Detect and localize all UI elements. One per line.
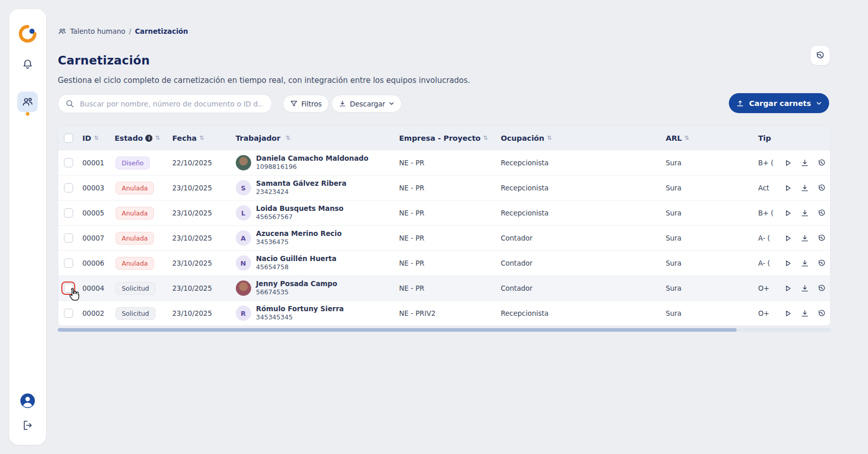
row-checkbox[interactable] bbox=[64, 158, 73, 167]
chevron-down-icon bbox=[816, 100, 822, 106]
download-icon bbox=[800, 184, 809, 192]
download-row-button[interactable] bbox=[798, 256, 811, 270]
worker-name: Nacio Guillén Huerta bbox=[256, 254, 337, 263]
row-checkbox[interactable] bbox=[64, 183, 73, 192]
column-header-id[interactable]: ID ⇅ bbox=[79, 134, 115, 142]
worker-name: Jenny Posada Campo bbox=[256, 279, 338, 288]
worker-avatar bbox=[236, 280, 251, 296]
cell-empresa: NE - PR bbox=[399, 234, 501, 242]
play-button[interactable] bbox=[781, 156, 794, 169]
upload-carnets-button[interactable]: Cargar carnets bbox=[729, 93, 829, 113]
table-row[interactable]: 00003 Anulada 23/10/2025 S Samanta Gálve… bbox=[58, 175, 830, 200]
download-row-button[interactable] bbox=[798, 282, 811, 295]
column-header-tipo[interactable]: Tip bbox=[758, 134, 781, 142]
horizontal-scrollbar-thumb[interactable] bbox=[58, 328, 737, 332]
play-button[interactable] bbox=[781, 206, 794, 220]
play-button[interactable] bbox=[781, 256, 794, 270]
download-row-button[interactable] bbox=[798, 206, 811, 220]
table-row[interactable]: 00004 Solicitud 23/10/2025 Jenny Posada … bbox=[58, 275, 830, 300]
table-row[interactable]: 00002 Solicitud 23/10/2025 R Rómulo Fort… bbox=[58, 300, 830, 326]
download-icon bbox=[800, 159, 809, 167]
cell-fecha: 23/10/2025 bbox=[172, 209, 236, 217]
sort-icon: ⇅ bbox=[483, 135, 488, 141]
column-header-trabajador[interactable]: Trabajador ⇅ bbox=[236, 134, 399, 142]
table-row[interactable]: 00005 Anulada 23/10/2025 L Loida Busquet… bbox=[58, 200, 830, 225]
column-header-estado[interactable]: Estado i ⇅ bbox=[115, 134, 172, 142]
cell-id: 00006 bbox=[79, 259, 115, 267]
search-input[interactable] bbox=[79, 99, 264, 109]
cell-id: 00001 bbox=[79, 159, 115, 167]
history-row-button[interactable] bbox=[815, 256, 828, 270]
history-row-button[interactable] bbox=[815, 307, 828, 320]
download-row-button[interactable] bbox=[798, 156, 811, 169]
download-button[interactable]: Descargar bbox=[331, 95, 402, 113]
history-icon bbox=[817, 209, 826, 218]
cell-ocupacion: Recepcionista bbox=[501, 209, 666, 217]
row-checkbox[interactable] bbox=[64, 258, 73, 268]
worker-document: 456567567 bbox=[256, 213, 344, 222]
cell-arl: Sura bbox=[665, 284, 758, 292]
row-checkbox[interactable] bbox=[64, 208, 73, 218]
row-checkbox[interactable] bbox=[64, 309, 73, 318]
upload-carnets-label: Cargar carnets bbox=[749, 99, 811, 107]
cell-empresa: NE - PR bbox=[399, 284, 501, 292]
page-subtitle: Gestiona el ciclo completo de carnetizac… bbox=[58, 76, 470, 85]
user-avatar-icon[interactable] bbox=[19, 392, 36, 409]
page-title: Carnetización bbox=[58, 54, 150, 67]
play-icon bbox=[784, 259, 792, 268]
notification-dot bbox=[26, 112, 30, 116]
history-button[interactable] bbox=[811, 46, 830, 65]
status-badge: Anulada bbox=[116, 232, 154, 245]
history-row-button[interactable] bbox=[815, 206, 828, 220]
play-icon bbox=[784, 184, 792, 192]
play-icon bbox=[784, 234, 792, 243]
table-header-row: ID ⇅ Estado i ⇅ Fecha ⇅ Trabajador ⇅ Emp… bbox=[58, 126, 830, 150]
cursor-pointer-icon bbox=[66, 288, 81, 303]
download-row-button[interactable] bbox=[798, 231, 811, 245]
select-all-checkbox[interactable] bbox=[64, 134, 73, 143]
download-row-button[interactable] bbox=[798, 181, 811, 194]
column-header-fecha[interactable]: Fecha ⇅ bbox=[172, 134, 236, 142]
table-row[interactable]: 00006 Anulada 23/10/2025 N Nacio Guillén… bbox=[58, 250, 830, 275]
search-bar bbox=[58, 94, 272, 113]
app-logo-icon[interactable] bbox=[18, 25, 37, 43]
history-row-button[interactable] bbox=[815, 231, 828, 245]
play-icon bbox=[784, 284, 792, 293]
column-header-empresa[interactable]: Empresa - Proyecto ⇅ bbox=[399, 134, 501, 142]
table-row[interactable]: 00001 Diseño 22/10/2025 Daniela Camacho … bbox=[58, 150, 830, 175]
breadcrumb-separator: / bbox=[129, 27, 131, 35]
cell-tipo: B+ ( bbox=[758, 159, 781, 167]
row-checkbox[interactable] bbox=[64, 233, 73, 243]
column-label-tipo: Tip bbox=[758, 134, 771, 142]
download-row-button[interactable] bbox=[798, 307, 811, 320]
table-row[interactable]: 00007 Anulada 23/10/2025 A Azucena Merin… bbox=[58, 225, 830, 250]
column-header-arl[interactable]: ARL ⇅ bbox=[665, 134, 758, 142]
cell-tipo: O+ bbox=[758, 284, 781, 292]
sidebar bbox=[9, 9, 46, 445]
play-button[interactable] bbox=[781, 307, 794, 320]
history-row-button[interactable] bbox=[815, 156, 828, 169]
cell-id: 00003 bbox=[79, 184, 115, 192]
history-row-button[interactable] bbox=[815, 181, 828, 194]
info-icon[interactable]: i bbox=[145, 135, 152, 142]
play-button[interactable] bbox=[781, 231, 794, 245]
play-button[interactable] bbox=[781, 181, 794, 194]
logout-icon[interactable] bbox=[21, 419, 34, 431]
filters-button[interactable]: Filtros bbox=[283, 95, 329, 113]
history-row-button[interactable] bbox=[815, 282, 828, 295]
cell-arl: Sura bbox=[665, 184, 758, 192]
history-icon bbox=[817, 234, 826, 243]
chevron-down-icon bbox=[389, 101, 394, 106]
download-icon bbox=[800, 309, 809, 318]
breadcrumb-section[interactable]: Talento humano bbox=[70, 27, 125, 35]
cell-id: 00004 bbox=[79, 284, 115, 292]
column-header-ocupacion[interactable]: Ocupación ⇅ bbox=[501, 134, 666, 142]
play-button[interactable] bbox=[781, 282, 794, 295]
play-icon bbox=[784, 209, 792, 218]
worker-document: 34536475 bbox=[256, 238, 342, 247]
history-icon bbox=[817, 259, 826, 268]
download-icon bbox=[800, 284, 809, 293]
notifications-bell-icon[interactable] bbox=[21, 58, 34, 71]
sidebar-item-talento-humano[interactable] bbox=[17, 92, 38, 112]
sort-icon: ⇅ bbox=[155, 135, 160, 141]
